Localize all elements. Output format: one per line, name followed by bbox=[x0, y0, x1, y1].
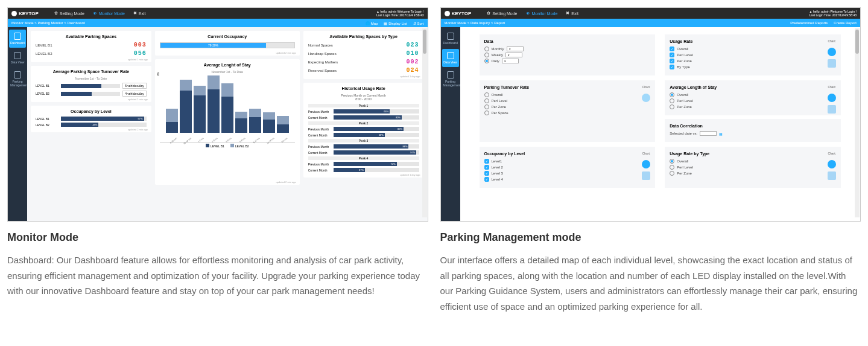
nav-setting[interactable]: ✿Setting Mode bbox=[54, 11, 84, 16]
opt-row[interactable]: Overall bbox=[670, 159, 836, 164]
radio-icon[interactable] bbox=[670, 171, 674, 176]
sidebar-item-parking[interactable]: Parking Management bbox=[442, 68, 459, 90]
section-paragraph: Dashboard: Our Dashboard feature allows … bbox=[7, 252, 428, 299]
opt-data: Data Monthly▾Weekly▾Daily▾ bbox=[480, 34, 656, 75]
dashboard-icon bbox=[447, 33, 454, 40]
opt-row[interactable]: Per Zone bbox=[670, 171, 836, 176]
radio-icon[interactable] bbox=[484, 59, 489, 63]
bar-chart-icon[interactable] bbox=[828, 59, 836, 68]
opt-row[interactable]: Perl Level bbox=[670, 165, 836, 170]
opt-row[interactable]: Monthly▾ bbox=[484, 46, 651, 51]
sidebar-item-dashboard[interactable]: Dashboard bbox=[9, 30, 26, 48]
opt-row[interactable]: Overall bbox=[670, 46, 836, 51]
bytype-row: Expecting Mothers002 bbox=[308, 59, 419, 65]
check-icon[interactable] bbox=[670, 46, 674, 51]
radio-icon[interactable] bbox=[670, 165, 674, 170]
corr-select[interactable] bbox=[700, 131, 717, 136]
calendar-icon[interactable]: ▦ bbox=[719, 132, 723, 136]
radio-icon[interactable] bbox=[484, 92, 489, 97]
opt-row[interactable]: Level 4 bbox=[484, 177, 651, 182]
card-turnover: Average Parking Space Turnover Rate Nove… bbox=[31, 66, 151, 102]
sidebar-item-dashboard[interactable]: Dashboard bbox=[442, 30, 459, 48]
opt-row[interactable]: Level1 bbox=[484, 159, 651, 164]
bar-chart-icon[interactable] bbox=[642, 171, 650, 180]
nav-exit[interactable]: ✖Exit bbox=[133, 11, 146, 16]
opt-row[interactable]: Per Space bbox=[484, 111, 651, 115]
bar-chart-icon[interactable] bbox=[828, 105, 836, 114]
period-select[interactable]: ▾ bbox=[505, 53, 522, 57]
opt-row[interactable]: Perl Level bbox=[670, 98, 836, 103]
sub-sort[interactable]: ⇵ Sort bbox=[413, 21, 424, 25]
radio-icon[interactable] bbox=[484, 111, 489, 115]
pie-chart-icon[interactable] bbox=[642, 94, 650, 102]
opt-row[interactable]: Perl Level bbox=[670, 53, 836, 57]
opt-row[interactable]: Weekly▾ bbox=[484, 53, 651, 57]
nav-setting[interactable]: ✿Setting Mode bbox=[487, 11, 517, 16]
chart-bar: 24+ hrs bbox=[277, 116, 289, 139]
opt-title: Data bbox=[484, 39, 651, 43]
dataview-icon bbox=[447, 52, 454, 59]
opt-row[interactable]: Level 2 bbox=[484, 165, 651, 170]
nav-monitor[interactable]: 👁Monitor Mode bbox=[526, 11, 558, 16]
opt-row[interactable]: Per Zone bbox=[670, 59, 836, 63]
opt-bytype: Chart: Usage Rate by Type OverallPerl Le… bbox=[665, 147, 841, 188]
nav-exit[interactable]: ✖Exit bbox=[566, 11, 578, 16]
opt-row[interactable]: Per Zone bbox=[670, 104, 836, 109]
scrollbar[interactable] bbox=[855, 28, 860, 217]
topnav: ✿Setting Mode 👁Monitor Mode ✖Exit bbox=[487, 11, 578, 16]
opt-row[interactable]: Daily▾ bbox=[484, 59, 651, 63]
check-icon[interactable] bbox=[670, 53, 674, 57]
sub-predef[interactable]: Predetermined Reports bbox=[790, 21, 828, 25]
period-select[interactable]: ▾ bbox=[502, 59, 519, 63]
topnav: ✿Setting Mode 👁Monitor Mode ✖Exit bbox=[54, 11, 146, 16]
sub-map[interactable]: 🌐 Map bbox=[366, 21, 378, 25]
scrollbar[interactable] bbox=[422, 28, 427, 217]
sidebar-item-parking[interactable]: Parking Management bbox=[9, 68, 26, 90]
radio-icon[interactable] bbox=[484, 53, 489, 57]
pie-chart-icon[interactable] bbox=[828, 160, 836, 168]
y-label: Qty bbox=[156, 72, 159, 76]
gear-icon: ✿ bbox=[487, 11, 490, 16]
chart-bar: 12-24 hrs bbox=[263, 112, 275, 139]
scrollbar-thumb[interactable] bbox=[423, 30, 426, 54]
opt-row[interactable]: Per Zone bbox=[484, 104, 651, 109]
radio-icon[interactable] bbox=[670, 98, 674, 103]
opt-row[interactable]: Level 3 bbox=[484, 171, 651, 176]
check-icon[interactable] bbox=[484, 171, 489, 176]
radio-icon[interactable] bbox=[670, 159, 674, 164]
radio-icon[interactable] bbox=[484, 98, 489, 103]
sidebar-item-dataview[interactable]: Data View bbox=[9, 49, 26, 67]
check-icon[interactable] bbox=[670, 59, 674, 63]
scrollbar-thumb[interactable] bbox=[855, 30, 859, 54]
nav-monitor[interactable]: 👁Monitor Mode bbox=[93, 11, 125, 16]
sub-create[interactable]: Create Report bbox=[834, 21, 857, 25]
radio-icon[interactable] bbox=[484, 104, 489, 109]
pie-chart-icon[interactable] bbox=[828, 48, 836, 56]
x-icon: ✖ bbox=[566, 11, 569, 16]
check-icon[interactable] bbox=[484, 177, 489, 182]
opt-row[interactable]: Perl Level bbox=[484, 98, 651, 103]
radio-icon[interactable] bbox=[484, 46, 489, 51]
sidebar-item-dataview[interactable]: Data View bbox=[442, 49, 459, 67]
bytype-row: Normal Spaces023 bbox=[308, 42, 419, 48]
opt-row[interactable]: By Type bbox=[670, 65, 836, 69]
pie-chart-icon[interactable] bbox=[642, 160, 650, 168]
bar-chart-icon[interactable] bbox=[828, 171, 836, 180]
chart-bar: 8-12 hrs bbox=[249, 109, 261, 139]
chart-legend: LEVEL B1 LEVEL B2 bbox=[160, 144, 295, 148]
card-title: Average Lenght of Stay bbox=[160, 63, 295, 67]
eye-icon: 👁 bbox=[93, 11, 97, 16]
opt-row[interactable]: Overall bbox=[484, 92, 651, 97]
check-icon[interactable] bbox=[670, 65, 674, 69]
radio-icon[interactable] bbox=[670, 104, 674, 109]
avail-row: LEVEL B1003 bbox=[36, 42, 147, 48]
opt-row[interactable]: Overall bbox=[670, 92, 836, 97]
check-icon[interactable] bbox=[484, 165, 489, 170]
radio-icon[interactable] bbox=[670, 92, 674, 97]
check-icon[interactable] bbox=[484, 159, 489, 164]
pie-chart-icon[interactable] bbox=[828, 94, 836, 102]
period-select[interactable]: ▾ bbox=[507, 46, 524, 51]
opt-correlation: Data Correlation Selected date vs: ▦ bbox=[665, 119, 841, 142]
card-footer: updated 2 min ago bbox=[276, 181, 296, 184]
sub-display[interactable]: ▦ Display List bbox=[384, 21, 407, 25]
